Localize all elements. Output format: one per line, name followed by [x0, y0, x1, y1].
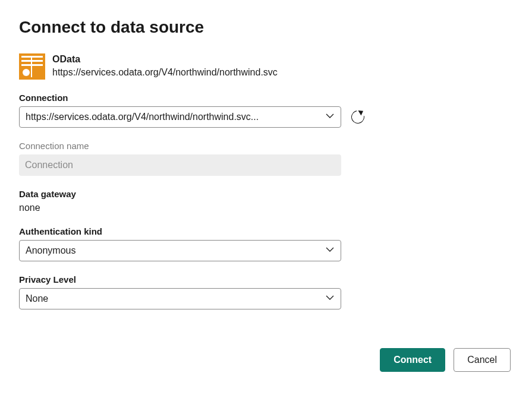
privacy-level-label: Privacy Level [19, 274, 513, 285]
data-gateway-label: Data gateway [19, 189, 513, 199]
page-title: Connect to data source [19, 18, 513, 37]
cancel-button[interactable]: Cancel [454, 348, 511, 372]
data-gateway-field: Data gateway none [19, 189, 513, 213]
chevron-down-icon [325, 245, 335, 257]
auth-kind-label: Authentication kind [19, 226, 513, 236]
privacy-level-selected: None [26, 293, 320, 304]
source-header: OData https://services.odata.org/V4/nort… [19, 53, 513, 80]
svg-rect-3 [31, 56, 32, 77]
button-row: Connect Cancel [380, 348, 511, 372]
svg-point-5 [23, 69, 30, 76]
connection-name-field: Connection name [19, 141, 513, 176]
connection-selected: https://services.odata.org/V4/northwind/… [26, 112, 320, 122]
connection-field: Connection https://services.odata.org/V4… [19, 93, 513, 128]
auth-kind-field: Authentication kind Anonymous [19, 226, 513, 261]
privacy-level-field: Privacy Level None [19, 274, 513, 309]
source-url: https://services.odata.org/V4/northwind/… [52, 66, 278, 79]
connection-label: Connection [19, 93, 513, 103]
svg-rect-4 [21, 64, 43, 66]
source-name: OData [52, 53, 278, 66]
connection-name-input[interactable] [19, 154, 341, 176]
refresh-button[interactable] [350, 109, 366, 125]
connect-button[interactable]: Connect [380, 348, 445, 372]
data-gateway-value: none [19, 203, 513, 213]
auth-kind-selected: Anonymous [26, 245, 320, 256]
odata-icon [19, 53, 45, 80]
source-text: OData https://services.odata.org/V4/nort… [52, 53, 278, 79]
connection-dropdown[interactable]: https://services.odata.org/V4/northwind/… [19, 106, 341, 128]
privacy-level-dropdown[interactable]: None [19, 288, 341, 309]
connection-name-label: Connection name [19, 141, 513, 151]
chevron-down-icon [325, 293, 335, 305]
chevron-down-icon [325, 111, 335, 123]
auth-kind-dropdown[interactable]: Anonymous [19, 240, 341, 261]
